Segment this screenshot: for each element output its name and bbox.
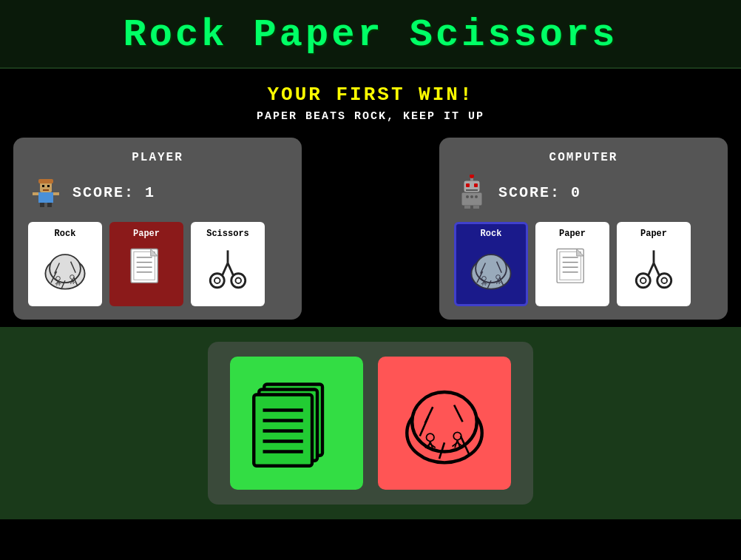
svg-rect-9 [53, 192, 59, 195]
svg-rect-5 [43, 189, 49, 191]
svg-point-83 [661, 277, 667, 283]
scissors-icon [200, 242, 256, 298]
player-paper-card[interactable]: Paper [109, 222, 183, 306]
player-scissors-label: Scissors [199, 229, 257, 239]
win-banner: YOUR FIRST WIN! PAPER BEATS ROCK, KEEP I… [0, 69, 741, 130]
svg-point-44 [470, 175, 474, 178]
svg-rect-8 [33, 192, 38, 195]
svg-point-39 [214, 277, 220, 283]
svg-point-11 [50, 254, 81, 283]
paper-icon [118, 242, 175, 298]
svg-point-54 [476, 254, 507, 283]
player-score: SCORE: 1 [72, 184, 155, 201]
player-rock-label: Rock [36, 229, 94, 239]
win-title: YOUR FIRST WIN! [0, 84, 741, 106]
svg-rect-7 [47, 203, 52, 207]
svg-point-40 [235, 277, 241, 283]
player-paper-label: Paper [118, 229, 175, 239]
big-paper-icon [245, 371, 348, 475]
big-rock-card[interactable] [378, 357, 511, 490]
computer-paper-icon [544, 242, 600, 298]
svg-rect-52 [473, 206, 479, 209]
computer-label: COMPUTER [454, 151, 713, 164]
svg-rect-47 [466, 189, 478, 191]
computer-paper-label: Paper [544, 229, 601, 239]
player-score-row: SCORE: 1 [28, 175, 287, 210]
big-rock-icon [393, 371, 496, 475]
computer-score-row: SCORE: 0 [454, 175, 713, 210]
player-scissors-card[interactable]: Scissors [191, 222, 265, 306]
svg-line-37 [228, 263, 234, 276]
choice-panel [208, 342, 533, 505]
computer-rock-icon [463, 242, 519, 298]
svg-point-49 [470, 195, 473, 198]
svg-line-80 [654, 263, 660, 276]
svg-point-48 [466, 195, 469, 198]
page-title: Rock Paper Scissors [0, 13, 741, 57]
svg-point-50 [475, 195, 478, 198]
svg-rect-45 [466, 183, 470, 187]
svg-rect-3 [42, 185, 44, 187]
svg-rect-46 [474, 183, 478, 187]
bottom-area [0, 327, 741, 519]
svg-rect-51 [464, 206, 470, 209]
computer-rock-card: Rock [454, 222, 528, 306]
player-avatar [28, 175, 64, 210]
svg-rect-2 [38, 179, 53, 183]
svg-rect-6 [40, 203, 44, 207]
computer-rock-label: Rock [462, 229, 520, 239]
computer-scissors-card: Paper [617, 222, 691, 306]
computer-paper-card: Paper [535, 222, 609, 306]
header: Rock Paper Scissors [0, 0, 741, 69]
svg-rect-0 [38, 192, 53, 203]
svg-point-82 [640, 277, 646, 283]
big-paper-card[interactable] [230, 357, 363, 490]
computer-cards: Rock [454, 222, 713, 306]
computer-scissors-icon [626, 242, 682, 298]
win-subtitle: PAPER BEATS ROCK, KEEP IT UP [0, 110, 741, 123]
svg-rect-41 [461, 192, 482, 206]
svg-rect-4 [47, 185, 50, 187]
scoreboards: PLAYER SCORE: 1 [0, 130, 741, 327]
computer-avatar [454, 175, 490, 210]
computer-scissors-label: Paper [625, 229, 683, 239]
player-rock-card[interactable]: Rock [28, 222, 102, 306]
computer-scoreboard: COMPUTER [439, 138, 728, 320]
player-label: PLAYER [28, 151, 287, 164]
player-scoreboard: PLAYER SCORE: 1 [13, 138, 302, 320]
player-cards: Rock [28, 222, 287, 306]
svg-line-36 [222, 263, 228, 276]
svg-line-79 [648, 263, 654, 276]
computer-score: SCORE: 0 [498, 184, 581, 201]
rock-icon [37, 242, 93, 298]
